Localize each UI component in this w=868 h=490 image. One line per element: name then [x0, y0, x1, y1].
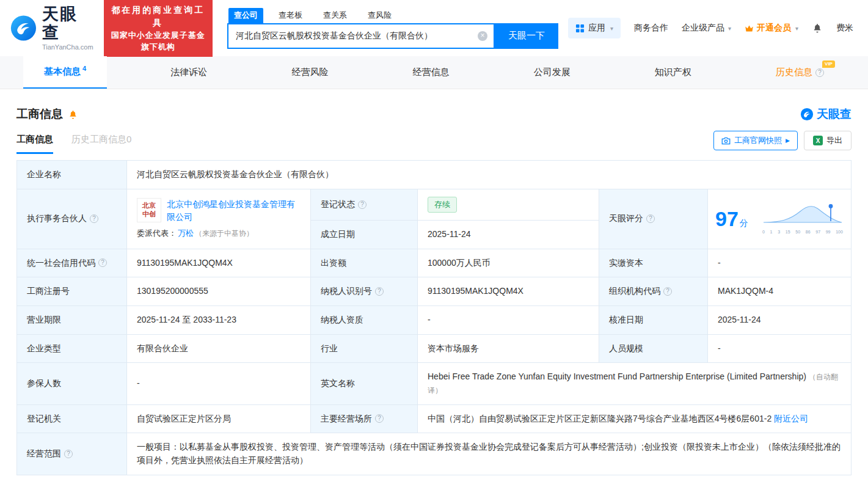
tick: 15: [786, 229, 790, 236]
search-tab-company[interactable]: 查公司: [228, 8, 263, 23]
brand-name: 天眼查: [42, 5, 94, 42]
section-header: 工商信息 天眼查: [0, 89, 868, 127]
partner-company-logo[interactable]: 北京 中创: [137, 198, 161, 222]
label-text: 企业名称: [27, 168, 61, 181]
search-button[interactable]: 天眼一下: [495, 23, 558, 49]
tab-development-label: 公司发展: [534, 67, 571, 78]
help-icon[interactable]: ?: [646, 214, 655, 223]
label-text: 实缴资本: [609, 257, 643, 270]
help-icon[interactable]: ?: [90, 214, 98, 223]
credit-code-value: 91130195MAK1JQQM4X: [127, 249, 311, 278]
value-text: 河北自贸区云帆股权投资基金合伙企业（有限合伙）: [137, 168, 334, 181]
enterprise-products-menu[interactable]: 企业级产品 ▾: [682, 23, 731, 34]
business-term-label: 营业期限: [17, 306, 127, 335]
insured-count-value: -: [127, 363, 311, 404]
taxpayer-quality-value: -: [418, 306, 599, 335]
help-icon[interactable]: ?: [375, 414, 384, 423]
english-name-value: Hebei Free Trade Zone Yunfan Equity Inve…: [418, 363, 851, 404]
registration-number-label: 工商注册号: [17, 277, 127, 306]
search-tabs: 查公司 查老板 查关系 查风险: [227, 8, 558, 23]
apps-label: 应用: [588, 23, 605, 34]
value-text: 100000万人民币: [428, 257, 491, 270]
chevron-down-icon: ▾: [610, 25, 613, 32]
tianyancha-logo-icon: [10, 14, 37, 42]
enterprise-label: 企业级产品: [682, 23, 724, 34]
tick: 50: [795, 229, 800, 236]
label-text: 行业: [321, 342, 338, 356]
rep-name-link[interactable]: 万松: [178, 227, 194, 240]
tianyan-score-value[interactable]: 97分 0 1 3 15 50 86 97 99 100: [708, 189, 851, 249]
address-text: 中国（河北）自由贸易试验区正定片区正定新区隆兴路7号综合产业基地西区4号楼6层6…: [428, 414, 771, 423]
tab-company-development[interactable]: 公司发展: [513, 56, 591, 89]
clear-search-icon[interactable]: ×: [478, 31, 487, 41]
label-text: 统一社会信用代码: [27, 257, 95, 270]
value-text: 130195200000555: [137, 285, 208, 298]
tab-legal-proceedings[interactable]: 法律诉讼: [150, 56, 228, 89]
tab-ip-label: 知识产权: [655, 67, 691, 78]
help-icon[interactable]: ?: [64, 450, 73, 458]
label-text: 营业期限: [27, 313, 61, 327]
value-text: 一般项目：以私募基金从事股权投资、投资管理、资产管理等活动（须在中国证券投资基金…: [137, 441, 841, 467]
subtab-history-business-info[interactable]: 历史工商信息0: [71, 134, 131, 154]
open-vip-menu[interactable]: 开通会员 ▾: [745, 23, 798, 34]
tab-history-info[interactable]: VIP 历史信息 ?: [755, 56, 845, 89]
status-badge: 存续: [428, 197, 457, 213]
approval-date-label: 核准日期: [599, 306, 708, 335]
label-text: 执行事务合伙人: [27, 212, 87, 225]
tab-intellectual-property[interactable]: 知识产权: [634, 56, 712, 89]
notifications-bell-icon[interactable]: [812, 23, 823, 34]
partner-logo-line1: 北京: [142, 202, 156, 210]
search-box: ×: [227, 23, 495, 49]
search-row: × 天眼一下: [227, 23, 558, 49]
tab-operating-risk[interactable]: 经营风险: [271, 56, 349, 89]
business-scope-label: 经营范围 ?: [17, 433, 127, 474]
export-button[interactable]: X 导出: [804, 131, 852, 150]
tab-operating-label: 经营信息: [413, 67, 450, 78]
top-right-nav: 应用 ▾ 商务合作 企业级产品 ▾ 开通会员 ▾ 费米: [568, 18, 858, 38]
value-text: 自贸试验区正定片区分局: [137, 412, 231, 426]
business-term-value: 2025-11-24 至 2033-11-23: [127, 306, 311, 335]
business-info-table: 企业名称 河北自贸区云帆股权投资基金合伙企业（有限合伙） 执行事务合伙人 ? 北…: [16, 160, 852, 475]
value-text: -: [137, 377, 140, 390]
staff-size-label: 人员规模: [599, 335, 708, 364]
label-text: 企业类型: [27, 342, 61, 356]
nearby-companies-link[interactable]: 附近公司: [774, 414, 808, 423]
help-icon[interactable]: ?: [815, 68, 824, 77]
tab-operating-info[interactable]: 经营信息: [392, 56, 470, 89]
business-cooperation-link[interactable]: 商务合作: [634, 23, 668, 34]
tick: 3: [778, 229, 780, 236]
excel-icon: X: [813, 136, 823, 145]
search-tab-relation[interactable]: 查关系: [318, 8, 352, 23]
tick: 0: [762, 229, 765, 236]
promo-line2: 国家中小企业发展子基金旗下机构: [111, 29, 205, 53]
subtab-business-info[interactable]: 工商信息: [16, 134, 53, 154]
establish-date-value: 2025-11-24: [418, 221, 599, 249]
help-icon[interactable]: ?: [98, 258, 107, 267]
label-text: 经营范围: [27, 447, 61, 461]
business-scope-value: 一般项目：以私募基金从事股权投资、投资管理、资产管理等活动（须在中国证券投资基金…: [127, 433, 851, 474]
vip-label: 开通会员: [757, 23, 791, 34]
registry-authority-value: 自贸试验区正定片区分局: [127, 405, 311, 434]
official-snapshot-button[interactable]: 工商官网快照 ▶: [713, 131, 798, 150]
company-page-tabs: 基本信息 4 法律诉讼 经营风险 经营信息 公司发展 知识产权 VIP 历史信息…: [0, 56, 868, 89]
taxpayer-id-label: 纳税人识别号 ?: [311, 277, 418, 306]
tab-basic-info[interactable]: 基本信息 4: [23, 56, 107, 89]
apps-menu[interactable]: 应用 ▾: [568, 18, 621, 38]
watermark-text: 天眼查: [817, 106, 852, 122]
company-type-value: 有限合伙企业: [127, 335, 311, 364]
business-address-label: 主要经营场所 ?: [311, 405, 418, 434]
value-text: 91130195MAK1JQQM4X: [428, 285, 523, 298]
help-icon[interactable]: ?: [375, 287, 384, 296]
monitor-bell-icon[interactable]: [68, 109, 78, 120]
value-text: MAK1JQQM-4: [718, 285, 773, 298]
tianyancha-logo[interactable]: 天眼查 TianYanCha.com: [10, 5, 94, 50]
search-tab-boss[interactable]: 查老板: [273, 8, 308, 23]
search-input[interactable]: [228, 31, 494, 41]
help-icon[interactable]: ?: [663, 287, 672, 296]
registration-number-value: 130195200000555: [127, 277, 311, 306]
search-tab-risk[interactable]: 查风险: [362, 8, 397, 23]
partner-company-link[interactable]: 北京中创鸿星创业投资基金管理有限公司: [167, 198, 301, 223]
feimi-link[interactable]: 费米: [836, 23, 853, 34]
value-text: 中国（河北）自由贸易试验区正定片区正定新区隆兴路7号综合产业基地西区4号楼6层6…: [428, 412, 808, 426]
help-icon[interactable]: ?: [358, 200, 367, 209]
